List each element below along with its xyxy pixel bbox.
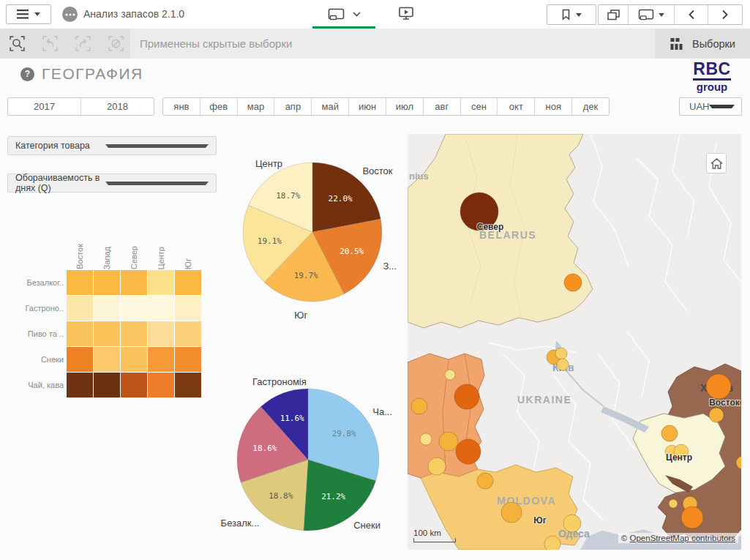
next-sheet-button[interactable] xyxy=(708,5,742,24)
map-bubble-11[interactable] xyxy=(428,458,446,475)
heatmap-cell-r0-c1[interactable] xyxy=(94,270,120,295)
heatmap-col-label: Запад xyxy=(94,236,121,269)
month-filter-окт[interactable]: окт xyxy=(498,98,535,115)
sheet-icon xyxy=(328,8,345,21)
map-bubble-4[interactable] xyxy=(557,359,569,370)
home-icon xyxy=(710,158,723,169)
measure-dropdown[interactable]: Оборачиваемость в днях (Q) xyxy=(7,173,217,193)
dots-icon xyxy=(65,13,75,16)
month-filter-июн[interactable]: июн xyxy=(349,98,386,115)
heatmap-cell-r3-c3[interactable] xyxy=(148,347,174,372)
sheet-selector-button[interactable] xyxy=(328,4,361,24)
map-canvas: niusBELARUSUKRAINEMOLDOVAКиївХарківОдеса… xyxy=(408,134,741,550)
map-bubble-17[interactable] xyxy=(709,408,724,422)
attribution-link[interactable]: OpenStreetMap contributors xyxy=(630,534,735,542)
selections-back-icon[interactable] xyxy=(42,35,59,52)
map-bubble-3[interactable] xyxy=(555,348,567,359)
heatmap-cell-r4-c4[interactable] xyxy=(175,373,201,397)
pie-slice-percent: 19.1% xyxy=(258,236,282,246)
month-filter-июл[interactable]: июл xyxy=(386,98,424,115)
heatmap-cell-r2-c2[interactable] xyxy=(121,321,147,346)
heatmap-col-label-text: Восток xyxy=(75,244,84,269)
clear-selections-icon[interactable] xyxy=(108,35,124,52)
map-bubble-16[interactable] xyxy=(706,374,731,399)
heatmap-cell-r4-c2[interactable] xyxy=(121,373,147,397)
presentation-icon xyxy=(398,7,414,20)
heatmap-cell-r3-c1[interactable] xyxy=(94,347,120,372)
month-filter-май[interactable]: май xyxy=(312,98,349,115)
map-bubble-13[interactable] xyxy=(501,502,522,523)
heatmap-cell-r3-c4[interactable] xyxy=(175,347,201,372)
heatmap-cell-r1-c1[interactable] xyxy=(94,296,120,321)
month-filter-авг[interactable]: авг xyxy=(424,98,461,115)
map-bubble-22[interactable] xyxy=(669,499,678,508)
chevron-down-icon xyxy=(105,182,209,185)
chevron-left-icon xyxy=(688,10,695,20)
map-bubble-18[interactable] xyxy=(661,425,678,441)
currency-select[interactable]: UAH xyxy=(679,97,742,116)
month-filter-мар[interactable]: мар xyxy=(238,98,275,115)
pie-slice-percent: 11.6% xyxy=(280,414,304,423)
previous-sheet-button[interactable] xyxy=(675,5,708,24)
pie-chart-categories: 29.8%Ча...21.2%Снеки18.8%Безалк...18.6%1… xyxy=(216,373,408,550)
smart-search-icon[interactable] xyxy=(9,35,26,52)
global-menu-button[interactable] xyxy=(6,4,51,24)
region-map[interactable]: niusBELARUSUKRAINEMOLDOVAКиївХарківОдеса… xyxy=(408,134,741,550)
year-filter-2017[interactable]: 2017 xyxy=(8,98,81,115)
selections-tool-button[interactable]: Выборки xyxy=(655,29,750,59)
map-bubble-10[interactable] xyxy=(456,439,481,464)
heatmap-cell-r4-c1[interactable] xyxy=(94,373,120,397)
map-bubble-9[interactable] xyxy=(439,432,458,451)
map-home-button[interactable] xyxy=(706,153,727,173)
heatmap-cell-r2-c1[interactable] xyxy=(94,321,120,346)
heatmap-cell-r4-c3[interactable] xyxy=(148,373,174,397)
heatmap-cell-r0-c2[interactable] xyxy=(121,270,147,295)
map-bubble-8[interactable] xyxy=(420,433,432,445)
duplicate-sheet-button[interactable] xyxy=(599,5,629,24)
heatmap-cell-r1-c0[interactable] xyxy=(67,296,93,321)
heatmap-cell-r1-c3[interactable] xyxy=(148,296,174,321)
map-bubble-1[interactable] xyxy=(564,274,582,291)
heatmap-row-label: Гастроно.. xyxy=(7,296,64,321)
year-filter-2018[interactable]: 2018 xyxy=(81,98,154,115)
map-bubble-14[interactable] xyxy=(563,515,581,532)
heatmap-cell-r2-c4[interactable] xyxy=(175,321,201,346)
heatmap-cell-r0-c3[interactable] xyxy=(148,270,174,295)
map-scale-line xyxy=(413,538,456,542)
map-bubble-12[interactable] xyxy=(477,473,493,489)
map-bubble-label-Юг: Юг xyxy=(533,515,546,526)
category-dropdown[interactable]: Категория товара xyxy=(7,136,217,155)
map-bubble-6[interactable] xyxy=(454,384,479,409)
month-filter-дек[interactable]: дек xyxy=(572,98,609,115)
heatmap-cell-r3-c0[interactable] xyxy=(67,347,93,372)
month-filter-янв[interactable]: янв xyxy=(163,98,200,115)
map-bubble-7[interactable] xyxy=(411,398,427,414)
heatmap-cell-r0-c4[interactable] xyxy=(175,270,201,295)
heatmap-cell-r2-c0[interactable] xyxy=(67,321,93,346)
heatmap-cell-r1-c2[interactable] xyxy=(121,296,147,321)
heatmap-cell-r3-c2[interactable] xyxy=(121,347,147,372)
heatmap-cell-r4-c0[interactable] xyxy=(67,373,93,397)
selections-forward-icon[interactable] xyxy=(75,35,91,52)
map-bubble-15[interactable] xyxy=(544,536,560,550)
month-filter-фев[interactable]: фев xyxy=(200,98,238,115)
pie-slice-label: Ча... xyxy=(372,406,392,417)
heatmap-col-label: Центр xyxy=(147,236,174,269)
month-filter-апр[interactable]: апр xyxy=(274,98,312,115)
heatmap-cell-r2-c3[interactable] xyxy=(148,321,174,346)
copy-icon xyxy=(607,9,620,21)
pie-slice-label: Гастрономія xyxy=(252,376,307,387)
sheet-list-button[interactable] xyxy=(629,5,675,24)
heatmap-cell-r0-c0[interactable] xyxy=(67,270,93,295)
bookmarks-button[interactable] xyxy=(547,4,596,25)
map-bubble-24[interactable] xyxy=(681,507,703,529)
map-bubble-label-Восток: Восток xyxy=(709,397,740,408)
month-filter-ноя[interactable]: ноя xyxy=(535,98,572,115)
map-bubble-5[interactable] xyxy=(445,370,455,380)
help-icon[interactable]: ? xyxy=(20,67,34,81)
heatmap-cell-r1-c4[interactable] xyxy=(175,296,201,321)
map-scale-bar: 100 km xyxy=(413,529,456,542)
heatmap-col-label: Север xyxy=(121,236,148,269)
month-filter-сен[interactable]: сен xyxy=(461,98,498,115)
story-mode-button[interactable] xyxy=(398,7,414,23)
